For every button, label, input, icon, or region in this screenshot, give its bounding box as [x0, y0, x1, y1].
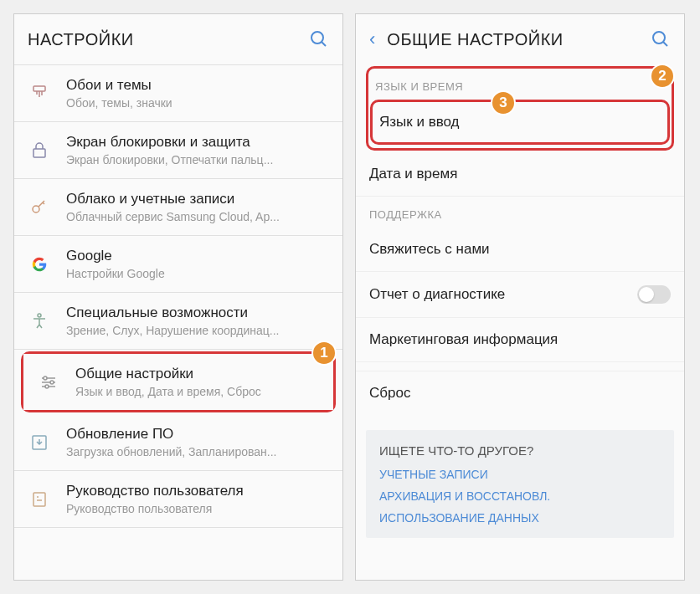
svg-rect-13 [33, 493, 45, 506]
footer-link-data[interactable]: ИСПОЛЬЗОВАНИЕ ДАННЫХ [379, 511, 661, 525]
lock-icon [28, 139, 51, 162]
brush-icon [28, 82, 51, 105]
header: НАСТРОЙКИ [14, 14, 342, 64]
list-text: Экран блокировки и защита Экран блокиров… [66, 134, 329, 166]
svg-point-14 [653, 32, 665, 44]
footer-link-backup[interactable]: АРХИВАЦИЯ И ВОССТАНОВЛ. [379, 489, 661, 503]
item-title: Облако и учетные записи [66, 191, 329, 207]
svg-point-0 [311, 32, 323, 44]
book-icon [28, 488, 51, 511]
list-text: Обновление ПО Загрузка обновлений, Запла… [66, 426, 329, 458]
item-subtitle: Загрузка обновлений, Запланирован... [66, 445, 329, 458]
list-item-lockscreen[interactable]: Экран блокировки и защита Экран блокиров… [14, 122, 342, 179]
step-badge-3: 3 [491, 90, 516, 115]
item-reset[interactable]: Сброс [356, 371, 684, 415]
section-header-support: ПОДДЕРЖКА [356, 197, 684, 228]
update-icon [28, 431, 51, 454]
list-item-cloud[interactable]: Облако и учетные записи Облачный сервис … [14, 179, 342, 236]
item-subtitle: Настройки Google [66, 267, 329, 280]
header: ‹ ОБЩИЕ НАСТРОЙКИ [356, 14, 684, 64]
item-contact[interactable]: Свяжитесь с нами [356, 228, 684, 272]
svg-line-1 [322, 42, 326, 46]
item-title: Обновление ПО [66, 426, 329, 443]
list-item-manual[interactable]: Руководство пользователя Руководство пол… [14, 471, 342, 528]
item-subtitle: Облачный сервис Samsung Cloud, Ap... [66, 210, 329, 223]
item-title: Общие настройки [75, 366, 320, 382]
item-label: Маркетинговая информация [369, 331, 558, 348]
list-text: Облако и учетные записи Облачный сервис … [66, 191, 329, 223]
item-subtitle: Обои, темы, значки [66, 96, 329, 110]
svg-point-9 [44, 376, 47, 380]
list-item-update[interactable]: Обновление ПО Загрузка обновлений, Запла… [14, 414, 342, 471]
footer-link-accounts[interactable]: УЧЕТНЫЕ ЗАПИСИ [379, 468, 661, 481]
sliders-icon [37, 371, 60, 394]
svg-point-11 [45, 385, 49, 388]
item-label: Сброс [369, 385, 410, 402]
list-item-accessibility[interactable]: Специальные возможности Зрение, Слух, На… [14, 293, 342, 350]
item-diagnostic[interactable]: Отчет о диагностике [356, 272, 684, 318]
highlight-lang-section: 2 3 ЯЗЫК И ВРЕМЯ Язык и ввод [366, 66, 674, 151]
item-label: Дата и время [369, 166, 457, 182]
google-icon [28, 253, 51, 276]
svg-line-15 [663, 42, 667, 46]
svg-point-4 [33, 206, 39, 213]
step-badge-2: 2 [650, 64, 675, 89]
list-item-google[interactable]: Google Настройки Google [14, 236, 342, 293]
item-subtitle: Язык и ввод, Дата и время, Сброс [75, 385, 320, 398]
page-title: НАСТРОЙКИ [28, 30, 309, 49]
step-badge-1: 1 [311, 341, 337, 366]
list-text: Обои и темы Обои, темы, значки [66, 77, 329, 110]
svg-point-5 [38, 314, 41, 317]
item-title: Экран блокировки и защита [66, 134, 329, 151]
item-subtitle: Экран блокировки, Отпечатки пальц... [66, 153, 329, 166]
highlight-general: 1 Общие настройки Язык и ввод, Дата и вр… [21, 351, 336, 412]
page-title: ОБЩИЕ НАСТРОЙКИ [387, 30, 651, 49]
list-item-wallpapers[interactable]: Обои и темы Обои, темы, значки [14, 65, 342, 122]
list-text: Google Настройки Google [66, 248, 329, 280]
item-title: Обои и темы [66, 77, 329, 94]
section-header-lang: ЯЗЫК И ВРЕМЯ [368, 69, 672, 100]
general-settings-screen: ‹ ОБЩИЕ НАСТРОЙКИ 2 3 ЯЗЫК И ВРЕМЯ Язык … [355, 13, 685, 581]
item-language-input[interactable]: Язык и ввод [373, 102, 667, 142]
key-icon [28, 196, 51, 219]
footer-card: ИЩЕТЕ ЧТО-ТО ДРУГОЕ? УЧЕТНЫЕ ЗАПИСИ АРХИ… [366, 430, 674, 538]
item-title: Руководство пользователя [66, 483, 329, 499]
item-marketing[interactable]: Маркетинговая информация [356, 318, 684, 362]
footer-title: ИЩЕТЕ ЧТО-ТО ДРУГОЕ? [379, 443, 661, 458]
svg-point-10 [50, 381, 54, 384]
svg-rect-2 [33, 86, 45, 91]
highlight-lang-item: Язык и ввод [370, 100, 670, 145]
accessibility-icon [28, 310, 51, 333]
search-icon[interactable] [309, 29, 329, 49]
item-date-time[interactable]: Дата и время [356, 152, 684, 197]
svg-rect-3 [33, 149, 45, 157]
item-subtitle: Зрение, Слух, Нарушение координац... [66, 324, 329, 337]
list-text: Общие настройки Язык и ввод, Дата и врем… [75, 366, 320, 398]
item-title: Google [66, 248, 329, 264]
item-label: Отчет о диагностике [369, 286, 505, 303]
list-text: Руководство пользователя Руководство пол… [66, 483, 329, 515]
list-item-general[interactable]: Общие настройки Язык и ввод, Дата и врем… [23, 354, 333, 410]
search-icon[interactable] [651, 29, 671, 49]
settings-list: Обои и темы Обои, темы, значки Экран бло… [14, 64, 342, 528]
back-icon[interactable]: ‹ [369, 28, 375, 50]
settings-screen: НАСТРОЙКИ Обои и темы Обои, темы, значки… [13, 13, 343, 581]
item-label: Свяжитесь с нами [369, 241, 490, 258]
list-text: Специальные возможности Зрение, Слух, На… [66, 305, 329, 337]
item-title: Специальные возможности [66, 305, 329, 321]
toggle-diagnostic[interactable] [637, 285, 671, 304]
item-subtitle: Руководство пользователя [66, 502, 329, 515]
item-label: Язык и ввод [379, 114, 460, 131]
